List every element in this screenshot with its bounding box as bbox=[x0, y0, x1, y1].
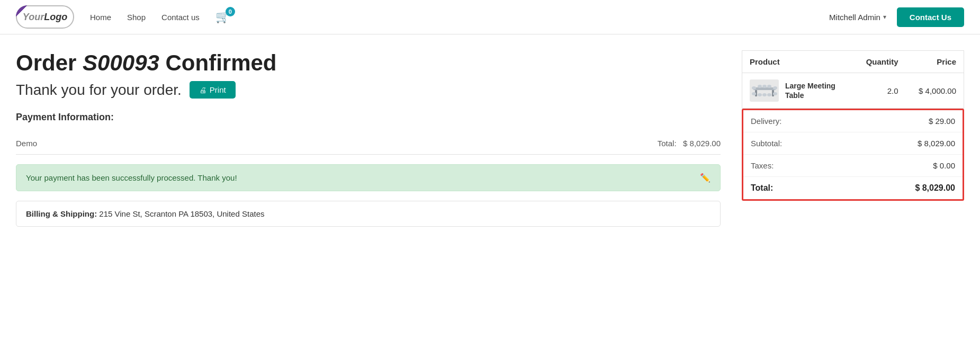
nav-home[interactable]: Home bbox=[90, 13, 111, 22]
success-message: Your payment has been successfully proce… bbox=[26, 173, 237, 182]
payment-row: Demo Total: $ 8,029.00 bbox=[16, 132, 721, 155]
delivery-value: $ 29.00 bbox=[929, 117, 955, 126]
taxes-label: Taxes: bbox=[751, 161, 774, 170]
thank-you-text: Thank you for your order. bbox=[16, 82, 182, 99]
billing-address: 215 Vine St, Scranton PA 18503, United S… bbox=[99, 209, 264, 218]
svg-point-3 bbox=[752, 86, 756, 90]
subtotal-label: Subtotal: bbox=[751, 139, 782, 148]
payment-total-label: Total: bbox=[658, 139, 677, 148]
product-quantity: 2.0 bbox=[853, 73, 905, 109]
subtotal-row: Subtotal: $ 8,029.00 bbox=[743, 132, 963, 155]
payment-method: Demo bbox=[16, 139, 37, 148]
right-panel: Product Quantity Price bbox=[742, 50, 964, 227]
svg-point-11 bbox=[762, 93, 767, 96]
table-row: Large MeetingTable 2.0 $ 4,000.00 bbox=[742, 73, 964, 109]
header: YourLogo Home Shop Contact us 🛒 0 Mitche… bbox=[0, 0, 980, 34]
svg-point-9 bbox=[767, 85, 771, 88]
contact-us-button[interactable]: Contact Us bbox=[897, 7, 964, 27]
product-cell: Large MeetingTable bbox=[742, 73, 854, 109]
user-menu[interactable]: Mitchell Admin ▾ bbox=[829, 13, 886, 22]
svg-point-10 bbox=[758, 93, 762, 96]
order-title-prefix: Order bbox=[16, 50, 83, 75]
cart-icon[interactable]: 🛒 0 bbox=[215, 10, 230, 24]
main-content: Order S00093 Confirmed Thank you for you… bbox=[0, 34, 980, 243]
logo[interactable]: YourLogo bbox=[16, 5, 74, 29]
nav-shop[interactable]: Shop bbox=[127, 13, 146, 22]
billing-box: Billing & Shipping: 215 Vine St, Scranto… bbox=[16, 201, 721, 227]
taxes-value: $ 0.00 bbox=[933, 161, 955, 170]
delivery-row: Delivery: $ 29.00 bbox=[743, 110, 963, 132]
svg-point-6 bbox=[773, 92, 777, 95]
product-name: Large MeetingTable bbox=[785, 81, 835, 100]
check-icon: ✏️ bbox=[700, 173, 711, 183]
payment-total: Total: $ 8,029.00 bbox=[658, 139, 721, 148]
svg-point-5 bbox=[773, 86, 777, 90]
cart-badge: 0 bbox=[226, 7, 235, 16]
product-price: $ 4,000.00 bbox=[905, 73, 964, 109]
header-right: Mitchell Admin ▾ Contact Us bbox=[829, 7, 964, 27]
nav-contact-us[interactable]: Contact us bbox=[161, 13, 200, 22]
payment-section-title: Payment Information: bbox=[16, 112, 721, 123]
subtotal-value: $ 8,029.00 bbox=[918, 139, 955, 148]
left-panel: Order S00093 Confirmed Thank you for you… bbox=[16, 50, 721, 227]
success-box: Your payment has been successfully proce… bbox=[16, 164, 721, 191]
user-name: Mitchell Admin bbox=[829, 13, 880, 22]
product-image bbox=[750, 79, 779, 102]
total-value: $ 8,029.00 bbox=[915, 183, 955, 193]
taxes-row: Taxes: $ 0.00 bbox=[743, 155, 963, 177]
nav: Home Shop Contact us 🛒 0 bbox=[90, 10, 829, 24]
total-row: Total: $ 8,029.00 bbox=[743, 177, 963, 199]
col-price: Price bbox=[905, 51, 964, 73]
logo-logo: Logo bbox=[44, 12, 67, 22]
svg-point-12 bbox=[767, 93, 771, 96]
order-number: S00093 bbox=[83, 50, 159, 75]
svg-point-8 bbox=[762, 85, 767, 88]
svg-point-7 bbox=[758, 85, 762, 88]
order-title-suffix: Confirmed bbox=[159, 50, 277, 75]
chevron-down-icon: ▾ bbox=[883, 13, 886, 21]
billing-label: Billing & Shipping: bbox=[26, 209, 97, 218]
print-icon: 🖨 bbox=[199, 86, 206, 94]
order-title: Order S00093 Confirmed bbox=[16, 50, 721, 76]
delivery-label: Delivery: bbox=[751, 117, 781, 126]
payment-total-value: $ 8,029.00 bbox=[683, 139, 721, 148]
order-summary: Delivery: $ 29.00 Subtotal: $ 8,029.00 T… bbox=[742, 109, 964, 201]
print-button[interactable]: 🖨 Print bbox=[190, 81, 236, 99]
col-quantity: Quantity bbox=[853, 51, 905, 73]
order-table: Product Quantity Price bbox=[742, 50, 964, 109]
thank-you-row: Thank you for your order. 🖨 Print bbox=[16, 81, 721, 99]
total-label: Total: bbox=[751, 183, 773, 193]
col-product: Product bbox=[742, 51, 854, 73]
svg-point-4 bbox=[752, 92, 756, 95]
print-label: Print bbox=[210, 85, 226, 94]
